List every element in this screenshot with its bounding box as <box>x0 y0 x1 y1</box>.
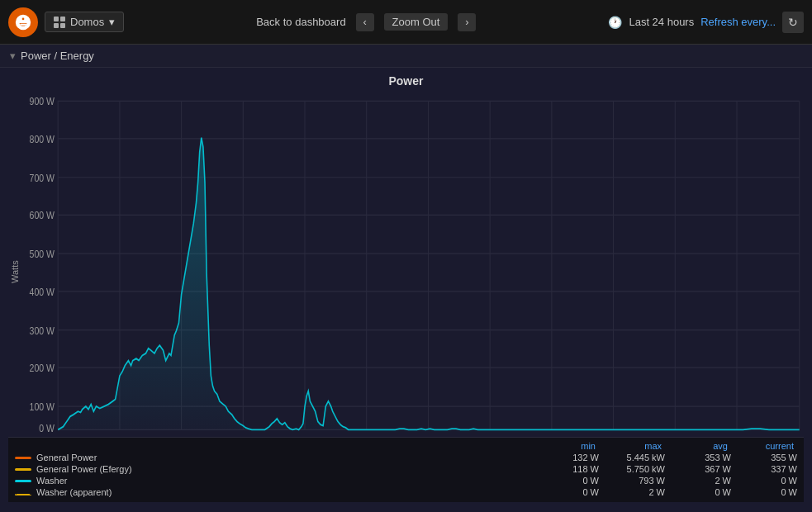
svg-text:100 W: 100 W <box>30 401 55 412</box>
stats-avg: 353 W <box>665 453 731 462</box>
stats-max: 793 W <box>599 476 665 486</box>
legend-color-swatch <box>15 480 31 482</box>
legend-label: Washer (apparent) <box>36 487 533 497</box>
main-content: Power Watts 900 W 800 W 700 W 600 W 500 … <box>0 68 812 509</box>
y-axis-label: Watts <box>8 91 21 437</box>
breadcrumb-arrow: ▾ <box>10 50 16 62</box>
svg-text:200 W: 200 W <box>30 363 55 373</box>
svg-text:20:00: 20:00 <box>356 436 378 437</box>
stats-current: 0 W <box>731 487 797 497</box>
stats-max: 5.445 kW <box>599 453 665 462</box>
stats-avg: 2 W <box>665 476 731 486</box>
breadcrumb-path: Power / Energy <box>21 50 94 62</box>
clock-icon: 🕐 <box>608 16 622 29</box>
legend-label: Washer <box>36 476 533 486</box>
header-current: current <box>728 441 794 451</box>
header-min: min <box>529 441 596 451</box>
stats-rows: General Power132 W5.445 kW353 W355 WGene… <box>15 453 797 497</box>
stats-table: min max avg current General Power132 W5.… <box>8 437 804 502</box>
stats-max: 2 W <box>599 487 665 497</box>
domos-menu-button[interactable]: Domos ▾ <box>45 12 124 32</box>
stats-row: General Power (Efergy)118 W5.750 kW367 W… <box>15 464 797 474</box>
chart-svg: 900 W 800 W 700 W 600 W 500 W 400 W 300 … <box>21 91 804 437</box>
stats-row: General Power132 W5.445 kW353 W355 W <box>15 453 797 462</box>
svg-text:00:00: 00:00 <box>479 436 501 437</box>
stats-avg: 367 W <box>665 464 731 474</box>
svg-text:0 W: 0 W <box>39 423 55 434</box>
stats-row: Washer (apparent)0 W2 W0 W0 W <box>15 487 797 497</box>
refresh-icon-button[interactable]: ↻ <box>782 12 804 33</box>
chart-title: Power <box>8 74 804 88</box>
svg-text:800 W: 800 W <box>30 134 55 145</box>
stats-header: min max avg current <box>15 441 797 451</box>
domos-dropdown-icon: ▾ <box>109 16 115 28</box>
stats-min: 118 W <box>533 464 599 474</box>
logo-button[interactable] <box>8 7 38 37</box>
stats-min: 132 W <box>533 453 599 462</box>
header-avg: avg <box>662 441 728 451</box>
legend-label: General Power (Efergy) <box>36 464 533 474</box>
chart-inner: 900 W 800 W 700 W 600 W 500 W 400 W 300 … <box>21 91 804 437</box>
header-max: max <box>596 441 662 451</box>
chart-container: Watts 900 W 800 W 700 W 600 W 500 W 400 … <box>8 91 804 437</box>
grid-icon <box>54 17 65 28</box>
stats-min: 0 W <box>533 476 599 486</box>
svg-text:22:00: 22:00 <box>417 436 439 437</box>
stats-current: 355 W <box>731 453 797 462</box>
svg-text:400 W: 400 W <box>30 287 55 297</box>
svg-text:18:00: 18:00 <box>294 436 316 437</box>
svg-text:16:00: 16:00 <box>232 436 254 437</box>
nav-center: Back to dashboard ‹ Zoom Out › <box>131 13 601 31</box>
stats-row: Washer0 W793 W2 W0 W <box>15 476 797 486</box>
svg-text:02:00: 02:00 <box>541 436 563 437</box>
breadcrumb: ▾ Power / Energy <box>0 45 812 68</box>
nav-right: 🕐 Last 24 hours Refresh every... ↻ <box>608 12 804 33</box>
nav-left-arrow[interactable]: ‹ <box>356 13 374 31</box>
svg-text:04:00: 04:00 <box>602 436 624 437</box>
chart-grid-area: 900 W 800 W 700 W 600 W 500 W 400 W 300 … <box>21 91 804 437</box>
legend-color-swatch <box>15 457 31 459</box>
stats-max: 5.750 kW <box>599 464 665 474</box>
svg-text:10:00: 10:00 <box>47 436 69 437</box>
svg-text:900 W: 900 W <box>30 96 55 107</box>
back-to-dashboard-link[interactable]: Back to dashboard <box>256 16 345 28</box>
svg-text:14:00: 14:00 <box>170 436 192 437</box>
zoom-out-button[interactable]: Zoom Out <box>384 13 449 31</box>
svg-text:12:00: 12:00 <box>109 436 131 437</box>
refresh-button[interactable]: Refresh every... <box>700 16 776 28</box>
svg-text:700 W: 700 W <box>30 173 55 183</box>
svg-text:600 W: 600 W <box>30 211 55 221</box>
stats-current: 337 W <box>731 464 797 474</box>
last24-label: Last 24 hours <box>629 16 694 28</box>
stats-current: 0 W <box>731 476 797 486</box>
svg-text:06:00: 06:00 <box>664 436 686 437</box>
svg-text:300 W: 300 W <box>30 325 55 336</box>
domos-label: Domos <box>70 16 104 28</box>
legend-label: General Power <box>36 453 533 462</box>
legend-color-swatch <box>15 494 31 495</box>
nav-right-arrow[interactable]: › <box>458 13 476 31</box>
stats-min: 0 W <box>533 487 599 497</box>
svg-text:500 W: 500 W <box>30 249 55 259</box>
svg-text:08:00: 08:00 <box>726 436 748 437</box>
topbar: Domos ▾ Back to dashboard ‹ Zoom Out › 🕐… <box>0 0 812 45</box>
stats-avg: 0 W <box>665 487 731 497</box>
legend-color-swatch <box>15 468 31 471</box>
